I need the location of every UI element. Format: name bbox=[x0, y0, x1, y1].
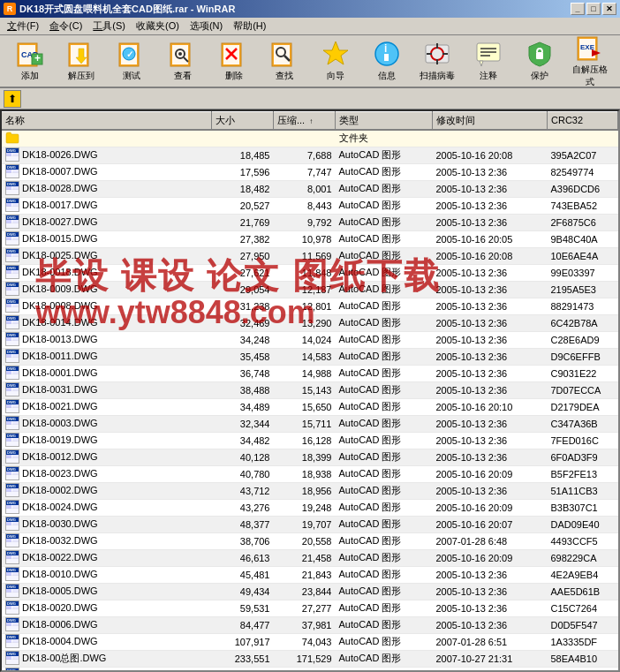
table-row[interactable]: DWG DK18-0002.DWG 43,712 18,956 AutoCAD … bbox=[2, 482, 618, 499]
maximize-button[interactable]: □ bbox=[586, 3, 601, 15]
dwg-icon: DWG bbox=[5, 668, 19, 672]
menu-options[interactable]: 选项(N) bbox=[185, 18, 228, 35]
col-type[interactable]: 类型 bbox=[336, 112, 433, 130]
table-row[interactable]: DWG DK18-0001.DWG 36,748 14,988 AutoCAD … bbox=[2, 365, 618, 381]
file-type: AutoCAD 图形 bbox=[336, 532, 433, 549]
svg-text:DWG: DWG bbox=[7, 417, 16, 421]
col-compressed[interactable]: 压缩... ↑ bbox=[274, 112, 336, 130]
svg-rect-195 bbox=[6, 505, 11, 509]
svg-rect-188 bbox=[6, 488, 11, 492]
table-row[interactable]: DWG DK18-0004.DWG 107,917 74,043 AutoCAD… bbox=[2, 633, 618, 650]
file-compressed: 74,043 bbox=[274, 633, 336, 650]
menu-command[interactable]: 命令(C) bbox=[44, 18, 87, 35]
file-name: DWG DK18-0014.DWG bbox=[2, 314, 212, 331]
col-name[interactable]: 名称 bbox=[2, 112, 212, 130]
svg-rect-63 bbox=[12, 186, 19, 190]
table-row[interactable]: DWG DK18-0017.DWG 20,527 8,443 AutoCAD 图… bbox=[2, 197, 618, 214]
file-list-container[interactable]: 名称 大小 压缩... ↑ 类型 修改时间 CRC32 bbox=[0, 109, 620, 672]
table-row[interactable]: DWG DK18-0008.DWG 31,238 12,801 AutoCAD … bbox=[2, 298, 618, 314]
comment-button[interactable]: 注释 bbox=[464, 38, 513, 84]
folder-row[interactable]: 文件夹 bbox=[2, 130, 618, 147]
menu-file[interactable]: 文件(F) bbox=[2, 18, 44, 35]
file-compressed: 202,975 bbox=[274, 667, 336, 672]
table-row[interactable]: DWG DK18-0009.DWG 29,054 12,187 AutoCAD … bbox=[2, 281, 618, 298]
table-row[interactable]: DWG DK18-0030.DWG 48,377 19,707 AutoCAD … bbox=[2, 516, 618, 532]
wizard-button[interactable]: 向导 bbox=[311, 38, 360, 84]
table-row[interactable]: DWG DK18-0019.DWG 34,482 16,128 AutoCAD … bbox=[2, 432, 618, 449]
table-row[interactable]: DWG DK18-0032.DWG 38,706 20,558 AutoCAD … bbox=[2, 532, 618, 549]
menu-help[interactable]: 帮助(H) bbox=[228, 18, 271, 35]
file-type: AutoCAD 图形 bbox=[336, 247, 433, 264]
svg-rect-191 bbox=[6, 492, 19, 496]
col-crc[interactable]: CRC32 bbox=[548, 112, 618, 130]
col-modified[interactable]: 修改时间 bbox=[433, 112, 548, 130]
add-button[interactable]: CAD + 添加 bbox=[5, 38, 55, 84]
dwg-icon: DWG bbox=[5, 382, 19, 396]
svg-rect-51 bbox=[6, 156, 19, 161]
table-row[interactable]: DWG DK18-0018.DWG 27,621 11,848 AutoCAD … bbox=[2, 264, 618, 281]
svg-rect-251 bbox=[6, 639, 11, 643]
table-row[interactable]: DWG DK18-0025.DWG 27,950 11,569 AutoCAD … bbox=[2, 247, 618, 264]
file-compressed: 12,801 bbox=[274, 298, 336, 314]
file-crc: 2F6875C6 bbox=[548, 214, 618, 230]
test-button[interactable]: ✓ 测试 bbox=[107, 38, 156, 84]
table-row[interactable]: DWG DK18-0028.DWG 18,482 8,001 AutoCAD 图… bbox=[2, 180, 618, 197]
table-row[interactable]: DWG DK18-0012.DWG 40,128 18,399 AutoCAD … bbox=[2, 449, 618, 465]
file-name: DWG DK18-0032.DWG bbox=[2, 532, 212, 549]
table-row[interactable]: DWG DK18-0006.DWG 84,477 37,981 AutoCAD … bbox=[2, 616, 618, 633]
dwg-icon: DWG bbox=[5, 399, 19, 413]
file-crc: 7FED016C bbox=[548, 432, 618, 449]
minimize-button[interactable]: _ bbox=[571, 3, 585, 15]
table-row[interactable]: DWG DK18-0015.DWG 27,382 10,978 AutoCAD … bbox=[2, 230, 618, 247]
table-row[interactable]: DWG DK18-0014.DWG 32,469 13,290 AutoCAD … bbox=[2, 314, 618, 331]
svg-text:DWG: DWG bbox=[7, 585, 16, 589]
file-type: AutoCAD 图形 bbox=[336, 549, 433, 566]
table-row[interactable]: DWG DK18-0022.DWG 46,613 21,458 AutoCAD … bbox=[2, 549, 618, 566]
scan-virus-button[interactable]: 扫描病毒 bbox=[412, 38, 462, 84]
table-row[interactable]: DWG DK18-0027.DWG 21,769 9,792 AutoCAD 图… bbox=[2, 214, 618, 230]
file-size: 48,377 bbox=[212, 516, 274, 532]
table-row[interactable]: DWG DK18-0011.DWG 35,458 14,583 AutoCAD … bbox=[2, 348, 618, 365]
extract-to-button[interactable]: 解压到 bbox=[57, 38, 106, 84]
svg-rect-224 bbox=[12, 572, 19, 576]
file-modified: 2007-01-28 6:48 bbox=[433, 532, 548, 549]
delete-button[interactable]: 删除 bbox=[209, 38, 259, 84]
file-name: DWG DK18-0025.DWG bbox=[2, 247, 212, 264]
svg-text:DWG: DWG bbox=[7, 467, 16, 472]
svg-rect-121 bbox=[6, 324, 19, 328]
table-row[interactable]: DWG DK18-00总图.DWG 233,551 171,529 AutoCA… bbox=[2, 650, 618, 667]
table-row[interactable]: DWG DK18-0010.DWG 45,481 21,843 AutoCAD … bbox=[2, 566, 618, 583]
protect-button[interactable]: 保护 bbox=[515, 38, 564, 84]
menu-tools[interactable]: 工具(S) bbox=[87, 18, 131, 35]
svg-rect-254 bbox=[6, 643, 19, 647]
close-button[interactable]: ✕ bbox=[602, 3, 616, 15]
file-compressed: 12,187 bbox=[274, 281, 336, 298]
file-modified: 2005-10-13 2:36 bbox=[433, 180, 548, 197]
file-name: DWG DK18-0013.DWG bbox=[2, 331, 212, 348]
table-row[interactable]: DWG DK18-0021.DWG 34,489 15,650 AutoCAD … bbox=[2, 398, 618, 415]
file-compressed: 19,707 bbox=[274, 516, 336, 532]
table-row[interactable]: DWG DK18-0005.DWG 49,434 23,844 AutoCAD … bbox=[2, 583, 618, 600]
view-button[interactable]: 查看 bbox=[158, 38, 208, 84]
svg-rect-83 bbox=[6, 237, 11, 240]
table-row[interactable]: DWG DK18-0007.DWG 17,596 7,747 AutoCAD 图… bbox=[2, 163, 618, 180]
file-modified: 2005-10-13 2:36 bbox=[433, 482, 548, 499]
up-icon[interactable]: ⬆ bbox=[4, 90, 21, 108]
dwg-icon: DWG bbox=[5, 651, 19, 665]
table-row[interactable]: DWG DK18-0013.DWG 34,248 14,024 AutoCAD … bbox=[2, 331, 618, 348]
table-row[interactable]: DWG DK18-0024.DWG 43,276 19,248 AutoCAD … bbox=[2, 499, 618, 516]
menu-favorites[interactable]: 收藏夹(O) bbox=[131, 18, 185, 35]
sfx-button[interactable]: EXE 自解压格式 bbox=[565, 38, 615, 84]
table-row[interactable]: DWG DK18-0023.DWG 40,780 18,938 AutoCAD … bbox=[2, 465, 618, 482]
file-crc: 10E6AE4A bbox=[548, 247, 618, 264]
table-row[interactable]: DWG DK18-0003.DWG 32,344 15,711 AutoCAD … bbox=[2, 415, 618, 432]
find-button[interactable]: 查找 bbox=[260, 38, 309, 84]
info-button[interactable]: i 信息 bbox=[362, 38, 412, 84]
table-row[interactable]: DWG DK18-0026.DWG 18,485 7,688 AutoCAD 图… bbox=[2, 147, 618, 163]
col-size[interactable]: 大小 bbox=[212, 112, 274, 130]
table-row[interactable]: DWG DK18-0031.DWG 38,488 15,143 AutoCAD … bbox=[2, 381, 618, 398]
svg-rect-72 bbox=[6, 207, 19, 211]
file-type: AutoCAD 图形 bbox=[336, 583, 433, 600]
table-row[interactable]: DWG DK1000-00总图.dwg 271,914 202,975 Auto… bbox=[2, 667, 618, 672]
table-row[interactable]: DWG DK18-0020.DWG 59,531 27,277 AutoCAD … bbox=[2, 600, 618, 616]
